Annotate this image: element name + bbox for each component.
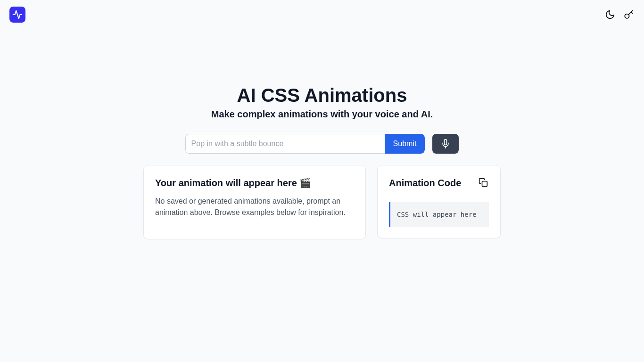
page-subtitle: Make complex animations with your voice …	[211, 109, 433, 120]
code-panel: Animation Code CSS will appear here	[377, 165, 501, 239]
preview-panel: Your animation will appear here 🎬 No sav…	[143, 165, 366, 239]
copy-code-button[interactable]	[479, 178, 489, 188]
code-panel-title: Animation Code	[389, 177, 461, 189]
api-key-button[interactable]	[623, 9, 635, 20]
submit-button[interactable]: Submit	[385, 134, 425, 154]
page-title: AI CSS Animations	[237, 85, 407, 106]
code-output: CSS will appear here	[389, 202, 489, 227]
key-icon	[624, 9, 634, 20]
preview-panel-title: Your animation will appear here 🎬	[155, 177, 354, 189]
preview-panel-description: No saved or generated animations availab…	[155, 196, 354, 218]
voice-input-button[interactable]	[432, 134, 459, 154]
theme-toggle[interactable]	[604, 9, 616, 20]
copy-icon	[479, 178, 488, 187]
moon-icon	[605, 9, 615, 20]
activity-icon	[12, 9, 23, 20]
mic-icon	[441, 139, 450, 148]
app-logo[interactable]	[9, 7, 25, 23]
svg-rect-2	[482, 181, 487, 187]
prompt-input[interactable]	[185, 134, 385, 154]
